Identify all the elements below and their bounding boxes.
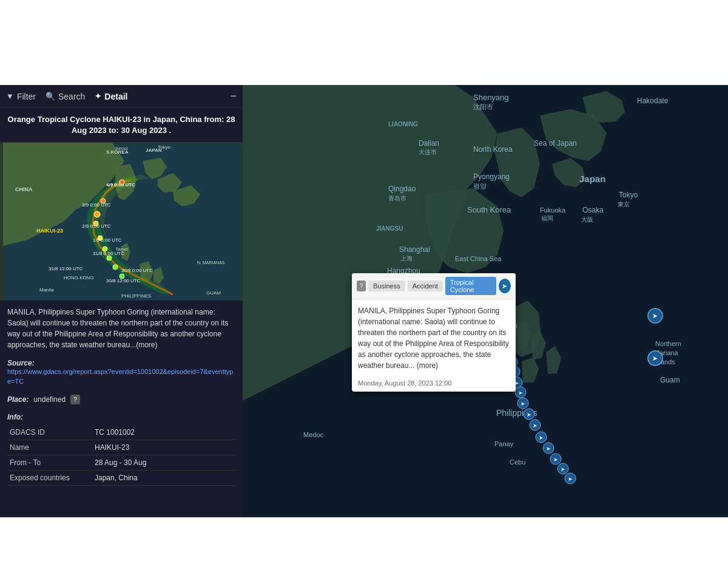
search-icon: 🔍 (46, 92, 55, 101)
popup-send-button[interactable]: ➤ (499, 279, 511, 293)
svg-text:31/8 12:00 UTC: 31/8 12:00 UTC (49, 266, 83, 271)
svg-text:Japan: Japan (579, 174, 605, 184)
popup-tab-accident[interactable]: Accident (408, 280, 443, 291)
info-table: GDACS IDTC 1001002NameHAIKUI-23From - To… (7, 425, 235, 486)
svg-text:➤: ➤ (521, 401, 525, 407)
svg-text:Cebu: Cebu (510, 458, 525, 466)
svg-text:Dalian: Dalian (419, 139, 439, 148)
svg-text:Tokyo: Tokyo (158, 144, 170, 150)
svg-text:➤: ➤ (561, 466, 565, 472)
search-tab[interactable]: 🔍 Search (46, 92, 85, 101)
svg-text:➤: ➤ (539, 435, 544, 441)
svg-text:Osaka: Osaka (582, 206, 604, 214)
svg-text:Fukuoka: Fukuoka (540, 206, 566, 214)
detail-icon: ✦ (95, 92, 101, 101)
svg-text:3/9 0:00 UTC: 3/9 0:00 UTC (82, 202, 111, 208)
svg-text:North Korea: North Korea (473, 145, 513, 154)
popup-tabs: ? Business Accident Tropical Cyclone ➤ (352, 273, 516, 299)
svg-text:➤: ➤ (518, 390, 523, 396)
detail-title: Orange Tropical Cyclone HAIKUI-23 in Jap… (0, 108, 243, 143)
svg-point-10 (98, 236, 103, 240)
bottom-bar (0, 517, 728, 578)
svg-text:福岡: 福岡 (541, 215, 553, 222)
filter-label: Filter (17, 92, 36, 101)
table-row: Exposed countriesJapan, China (7, 471, 235, 486)
info-section: Info: GDACS IDTC 1001002NameHAIKUI-23Fro… (0, 410, 243, 492)
svg-point-6 (94, 211, 100, 217)
cyclone-map: 4/9 0:00 UTC 3/9 0:00 UTC HAIKUI-23 2/9 … (0, 143, 243, 301)
popup-help-icon[interactable]: ? (357, 280, 366, 291)
svg-text:N. MARIANAS.: N. MARIANAS. (197, 260, 226, 265)
map-area: Shenyang 沈阳市 Hakodate LIAONING Dalian 大连… (243, 85, 728, 517)
svg-text:30/8 12:00 UTC: 30/8 12:00 UTC (106, 278, 141, 284)
source-section: Source: https://www.gdacs.org/report.asp… (0, 356, 243, 392)
svg-text:Tokyo: Tokyo (619, 191, 638, 199)
place-value: undefined (33, 395, 66, 404)
svg-text:沈阳市: 沈阳市 (473, 103, 493, 110)
svg-text:Manila: Manila (39, 287, 54, 293)
filter-tab[interactable]: ▼ Filter (6, 92, 36, 101)
svg-text:East China Sea: East China Sea (455, 255, 502, 262)
table-row: GDACS IDTC 1001002 (7, 425, 235, 440)
svg-text:青岛市: 青岛市 (388, 195, 406, 202)
toolbar: ▼ Filter 🔍 Search ✦ Detail − (0, 85, 243, 108)
filter-icon: ▼ (6, 92, 14, 101)
table-cell-value: Japan, China (92, 471, 235, 486)
svg-text:CHINA: CHINA (15, 186, 33, 192)
svg-text:South Korea: South Korea (467, 205, 511, 214)
svg-text:➤: ➤ (533, 423, 538, 429)
svg-text:➤: ➤ (527, 412, 531, 418)
svg-text:PHILIPPINES: PHILIPPINES (121, 293, 151, 299)
minimize-button[interactable]: − (230, 90, 237, 103)
svg-text:GUAM: GUAM (206, 290, 221, 296)
table-cell-value: HAIKUI-23 (92, 440, 235, 455)
table-row: From - To28 Aug - 30 Aug (7, 455, 235, 471)
popup-tab-tropical[interactable]: Tropical Cyclone (445, 277, 496, 295)
svg-text:HONG KONG: HONG KONG (64, 275, 94, 280)
svg-text:➤: ➤ (553, 457, 558, 463)
svg-point-16 (113, 265, 118, 270)
svg-text:평양: 평양 (473, 182, 487, 189)
source-label: Source: (7, 359, 235, 367)
place-section: Place: undefined ? (0, 392, 243, 410)
popup-date: Monday, August 28, 2023 12:00 (352, 377, 516, 392)
detail-label: Detail (104, 92, 127, 101)
table-cell-key: Name (7, 440, 92, 455)
svg-text:Sea of Japan: Sea of Japan (534, 139, 577, 148)
svg-point-12 (103, 246, 107, 251)
send-icon: ➤ (502, 282, 507, 290)
svg-text:Taipei: Taipei (115, 246, 128, 252)
svg-text:LIAONING: LIAONING (388, 121, 418, 127)
popup-content: MANILA, Philippines Super Typhoon Goring… (352, 299, 516, 377)
svg-text:大阪: 大阪 (581, 216, 593, 223)
svg-text:Northern: Northern (655, 340, 681, 347)
source-link[interactable]: https://www.gdacs.org/report.aspx?eventi… (7, 367, 235, 386)
svg-text:Pyongyang: Pyongyang (473, 172, 510, 181)
svg-text:Shanghai: Shanghai (399, 245, 430, 254)
table-cell-key: Exposed countries (7, 471, 92, 486)
svg-text:Shenyang: Shenyang (473, 93, 509, 102)
map-background: Shenyang 沈阳市 Hakodate LIAONING Dalian 大连… (243, 85, 728, 517)
svg-point-14 (107, 256, 112, 260)
svg-text:Panay: Panay (494, 440, 514, 447)
top-bar (0, 0, 728, 85)
svg-text:30/8 0:00 UTC: 30/8 0:00 UTC (121, 268, 153, 273)
info-label: Info: (7, 413, 235, 421)
main-area: ▼ Filter 🔍 Search ✦ Detail − Orange Trop… (0, 85, 728, 517)
detail-tab[interactable]: ✦ Detail (95, 92, 127, 101)
svg-text:Guam: Guam (660, 376, 680, 384)
table-cell-key: From - To (7, 455, 92, 471)
table-cell-key: GDACS ID (7, 425, 92, 440)
svg-text:Qingdao: Qingdao (388, 185, 416, 193)
svg-text:➤: ➤ (568, 476, 573, 482)
svg-point-2 (120, 180, 124, 185)
popup-card: ? Business Accident Tropical Cyclone ➤ M… (352, 273, 516, 392)
table-cell-value: TC 1001002 (92, 425, 235, 440)
search-label: Search (58, 92, 85, 101)
svg-text:➤: ➤ (652, 312, 658, 319)
svg-point-8 (93, 221, 98, 226)
svg-text:大连市: 大连市 (419, 149, 437, 155)
place-help-icon[interactable]: ? (70, 395, 80, 404)
left-panel: ▼ Filter 🔍 Search ✦ Detail − Orange Trop… (0, 85, 243, 517)
popup-tab-business[interactable]: Business (368, 280, 405, 291)
